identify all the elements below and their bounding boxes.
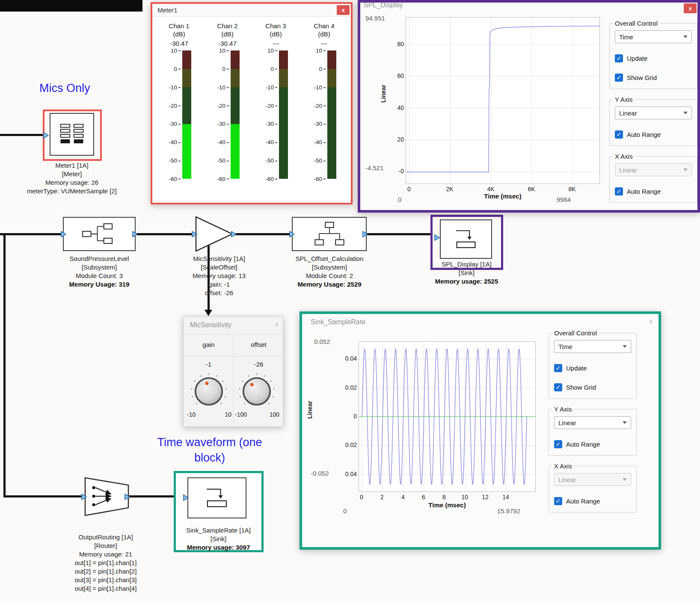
meter-scale-label: -40 (314, 139, 326, 145)
meter-channel: Chan 1(dB)-30.47100-10-20-30-40-50-60 (155, 22, 203, 179)
close-button[interactable]: x (650, 317, 653, 325)
meter-zone-red (231, 50, 240, 69)
meter-zone-dark-green (231, 87, 240, 124)
vu-meter: 100-10-20-30-40-50-60 (167, 50, 191, 179)
checkbox-checked-icon: ✓ (615, 187, 623, 195)
y-tick-label: 40 (388, 104, 404, 111)
x-auto-range-checkbox[interactable]: ✓ Auto Range (615, 187, 692, 195)
y-scale-dropdown[interactable]: Linear (615, 107, 692, 119)
outputrouting-block-labels: OutputRouting [1A][Router]Memory usage: … (57, 533, 154, 593)
y-auto-range-checkbox[interactable]: ✓ Auto Range (554, 440, 631, 448)
show-grid-checkbox[interactable]: ✓ Show Grid (554, 383, 631, 391)
y-scale-value: Linear (558, 419, 576, 426)
meter-channel: Chan 4(dB)---100-10-20-30-40-50-60 (300, 22, 348, 179)
sink-icon (447, 225, 485, 253)
block-label-line: Module Count: 2 (282, 272, 377, 280)
update-checkbox[interactable]: ✓ Update (554, 364, 631, 372)
output-pin-icon (125, 494, 130, 500)
chevron-down-icon (683, 169, 688, 171)
wire (365, 233, 433, 235)
meter-scale-label: 0 (319, 65, 326, 72)
y-axis-group: Y Axis Linear ✓ Auto Range (549, 406, 637, 456)
y-scale-value: Linear (619, 110, 637, 117)
spl-offset-calculation-block-labels: SPL_Offset_Calculation[Subsystem]Module … (282, 255, 377, 289)
x-axis-group: X Axis Linear ✓ Auto Range (549, 462, 637, 512)
meter1-block[interactable] (50, 113, 94, 156)
offset-knob[interactable] (237, 372, 276, 411)
block-label-line: SPL_Offset_Calculation (282, 255, 377, 263)
input-pin-icon (192, 231, 197, 237)
meter-scale-label: 0 (222, 65, 229, 72)
input-pin-icon (43, 132, 49, 139)
subsystem-icon (79, 221, 120, 247)
x-tick-label: 12 (478, 494, 493, 500)
show-grid-checkbox[interactable]: ✓ Show Grid (615, 74, 692, 82)
y-scale-dropdown[interactable]: Linear (554, 416, 631, 429)
close-button[interactable]: x (276, 320, 279, 328)
outputrouting-block[interactable] (84, 477, 130, 517)
micsensitivity-block-labels: MicSensitivity [1A][ScaleOffset]Memory u… (176, 255, 262, 297)
soundpressurelevel-block[interactable] (63, 217, 136, 251)
domain-dropdown[interactable]: Time (554, 340, 631, 353)
meter1-window-titlebar[interactable]: Meter1 x (152, 4, 351, 17)
output-pin-icon (362, 231, 368, 237)
x-tick-label: 4K (482, 186, 499, 192)
channel-unit: (dB) (270, 30, 282, 38)
block-label-line: [Router] (57, 542, 154, 550)
meter-bar (327, 50, 336, 179)
x-axis-label: X Axis (613, 153, 635, 160)
x-scale-dropdown: Linear (554, 473, 631, 486)
meter-scale-label: -60 (314, 176, 326, 182)
block-label-line: [Sink] (170, 535, 267, 543)
block-label-line: SPL_Display [1A] (423, 260, 510, 269)
y-tick-label: -0 (388, 168, 404, 175)
sink-samplerate-block[interactable] (187, 477, 246, 518)
x-tick-label: 8 (436, 494, 452, 500)
overall-control-label: Overall Control (552, 329, 599, 337)
spl-display-block[interactable] (440, 219, 492, 259)
y-max-readout: 0.052 (314, 338, 330, 345)
block-label-line: Module Count: 3 (56, 272, 142, 280)
micsensitivity-block[interactable] (195, 215, 234, 253)
meter-channels: Chan 1(dB)-30.47100-10-20-30-40-50-60Cha… (152, 17, 351, 179)
y-auto-range-checkbox[interactable]: ✓ Auto Range (615, 130, 692, 139)
y-auto-range-label: Auto Range (566, 441, 600, 448)
channel-name: Chan 4 (314, 22, 334, 30)
checkbox-checked-icon: ✓ (615, 130, 623, 139)
designer-canvas: Mics Only Time waveform (one block) Mete… (0, 0, 700, 601)
gain-knob[interactable] (189, 372, 228, 411)
block-label-line: out[2] = pin[1].chan[2] (57, 567, 154, 576)
channel-value: --- (273, 40, 279, 47)
close-button[interactable]: x (337, 5, 350, 15)
vu-meter: 100-10-20-30-40-50-60 (215, 50, 240, 179)
annotation-arrowhead-icon (205, 310, 212, 316)
x-tick-label: 8K (564, 186, 581, 192)
meter-zone-lit-green (231, 124, 240, 179)
block-label-line: Memory usage: 21 (57, 550, 154, 559)
annotation-line: Time waveform (one (141, 435, 278, 450)
channel-name: Chan 3 (265, 22, 286, 30)
meter-scale-label: -10 (314, 84, 326, 90)
channel-value: --- (321, 40, 327, 47)
meter-bar (231, 50, 240, 179)
wire (0, 134, 45, 136)
domain-dropdown[interactable]: Time (615, 30, 692, 43)
spl-offset-calculation-block[interactable] (292, 217, 367, 251)
x-axis-label: X Axis (552, 462, 574, 470)
spl-chart-pane (406, 17, 600, 184)
x-auto-range-checkbox[interactable]: ✓ Auto Range (554, 497, 631, 505)
y-tick-label: 0.02 (341, 384, 357, 391)
meter-scale: 100-10-20-30-40-50-60 (167, 50, 181, 179)
meter-zone-red (182, 50, 191, 69)
block-label-line: out[4] = pin[1].chan[4] (57, 584, 154, 593)
update-label: Update (566, 364, 587, 372)
x-tick-label: 6K (523, 186, 540, 192)
x-auto-range-label: Auto Range (627, 188, 661, 195)
meter-zone-dark-green (279, 87, 288, 179)
meter-scale-label: -50 (169, 157, 181, 164)
update-checkbox[interactable]: ✓ Update (615, 54, 692, 62)
meter-channel: Chan 2(dB)-30.47100-10-20-30-40-50-60 (204, 22, 252, 179)
knob-max-label: 100 (267, 411, 279, 418)
channel-value: -30.47 (170, 40, 188, 47)
close-button[interactable]: x (684, 3, 697, 13)
